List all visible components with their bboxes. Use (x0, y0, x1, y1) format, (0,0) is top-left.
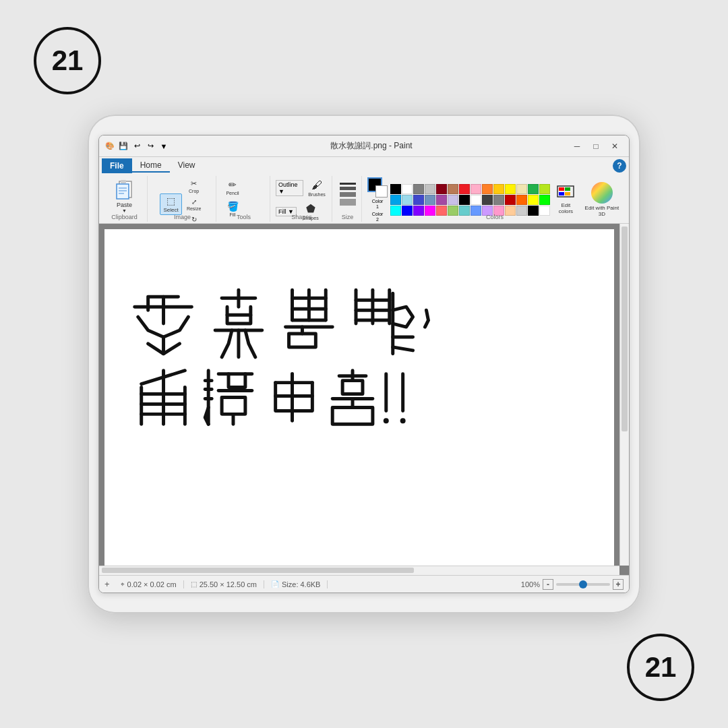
pencil-button[interactable]: ✏ Pencil (222, 177, 243, 198)
color-swatch-6[interactable] (459, 184, 470, 194)
file-size-icon: 📄 (271, 580, 279, 588)
position-value: 0.02 × 0.02 cm (127, 580, 177, 588)
color-swatch-20[interactable] (459, 195, 470, 205)
zoom-slider[interactable] (556, 583, 610, 586)
position-icon: ⌖ (121, 580, 125, 588)
tools-group: ✏ Pencil 🪣 Fill A Text ⬜ (218, 176, 270, 222)
svg-rect-7 (559, 187, 564, 191)
color-swatch-11[interactable] (516, 184, 527, 194)
brushes-button[interactable]: 🖌 Brushes (306, 177, 328, 199)
help-button[interactable]: ? (613, 159, 626, 173)
add-canvas-button[interactable]: + (104, 579, 110, 589)
canvas-area[interactable] (99, 224, 629, 575)
brushes-icon: 🖌 (311, 179, 322, 191)
color-swatch-19[interactable] (448, 195, 458, 205)
color-swatch-16[interactable] (413, 195, 424, 205)
file-size-value: Size: 4.6KB (282, 580, 320, 588)
svg-rect-8 (565, 187, 570, 191)
color-swatch-22[interactable] (482, 195, 493, 205)
color-swatch-24[interactable] (505, 195, 516, 205)
outline-button[interactable]: Outline ▼ (276, 180, 303, 196)
maximize-button[interactable]: □ (587, 140, 605, 153)
color-swatch-18[interactable] (436, 195, 447, 205)
image-label: Image (149, 214, 216, 220)
color-swatch-25[interactable] (516, 195, 527, 205)
svg-rect-1 (117, 184, 129, 199)
crop-label: Crop (189, 189, 199, 193)
color-swatch-3[interactable] (425, 184, 435, 194)
shapes-group: Outline ▼ 🖌 Brushes Fill ▼ ⬟ Shapes (272, 176, 332, 222)
paste-label: Paste (117, 202, 132, 208)
size-line-2[interactable] (340, 187, 356, 190)
color-swatch-1[interactable] (402, 184, 413, 194)
title-bar: 🎨 💾 ↩ ↪ ▼ 散水敦謝詞.png - Paint ─ □ ✕ (99, 135, 629, 157)
ribbon-tabs: File Home View ? (99, 157, 629, 175)
status-bar: + ⌖ 0.02 × 0.02 cm ⬚ 25.50 × 12.50 cm 📄 … (99, 575, 629, 593)
home-tab[interactable]: Home (132, 159, 170, 173)
size-label: Size (334, 214, 361, 220)
view-tab[interactable]: View (170, 159, 204, 173)
color-swatch-23[interactable] (493, 195, 504, 205)
color-swatch-7[interactable] (471, 184, 481, 194)
color-swatch-15[interactable] (402, 195, 413, 205)
clipboard-label: Clipboard (102, 214, 147, 220)
horizontal-scrollbar[interactable] (99, 566, 619, 575)
pencil-label: Pencil (226, 191, 239, 195)
svg-rect-9 (559, 192, 564, 195)
color-swatch-4[interactable] (436, 184, 447, 194)
color-swatch-21[interactable] (471, 195, 481, 205)
zoom-out-button[interactable]: - (543, 579, 553, 590)
colors-label: Colors (363, 214, 626, 220)
zoom-in-button[interactable]: + (613, 579, 624, 590)
select-button[interactable]: ⬚ Select (160, 193, 181, 215)
pencil-icon: ✏ (229, 179, 237, 190)
select-label: Select (163, 207, 178, 213)
color2-swatch[interactable] (375, 185, 388, 198)
color-swatch-13[interactable] (539, 184, 550, 194)
edit-colors-button[interactable]: Edit colors (553, 183, 579, 216)
color-swatch-12[interactable] (528, 184, 539, 194)
color-swatch-27[interactable] (539, 195, 550, 205)
svg-point-11 (384, 418, 389, 423)
paint3d-icon (591, 182, 613, 204)
redo-icon[interactable]: ↪ (145, 141, 156, 152)
canvas-size-section: ⬚ 25.50 × 12.50 cm (184, 580, 264, 588)
close-button[interactable]: ✕ (606, 140, 624, 153)
color-swatch-10[interactable] (505, 184, 516, 194)
color-swatch-9[interactable] (493, 184, 504, 194)
dropdown-arrow-icon[interactable]: ▼ (158, 141, 169, 152)
color-swatch-5[interactable] (448, 184, 458, 194)
title-bar-icons: 🎨 💾 ↩ ↪ ▼ (104, 141, 169, 152)
svg-rect-2 (121, 180, 126, 183)
vertical-scrollbar[interactable] (619, 224, 629, 566)
size-line-1[interactable] (340, 183, 356, 185)
color-swatch-2[interactable] (413, 184, 424, 194)
size-line-3[interactable] (340, 192, 356, 197)
paint-window: 🎨 💾 ↩ ↪ ▼ 散水敦謝詞.png - Paint ─ □ ✕ File H… (98, 135, 630, 593)
undo-icon[interactable]: ↩ (131, 141, 142, 152)
colors-group: Color 1 Color 2 (363, 176, 626, 222)
device-frame: 🎨 💾 ↩ ↪ ▼ 散水敦謝詞.png - Paint ─ □ ✕ File H… (88, 115, 640, 613)
color-grid (390, 184, 550, 216)
svg-point-12 (400, 418, 406, 423)
size-line-4[interactable] (340, 199, 356, 206)
clipboard-group: Paste ▼ Clipboard (102, 176, 148, 222)
file-tab[interactable]: File (102, 158, 132, 173)
save-icon[interactable]: 💾 (118, 141, 129, 152)
paste-arrow: ▼ (122, 208, 127, 213)
circle-top-left-number: 21 (52, 44, 84, 77)
color-swatch-14[interactable] (390, 195, 401, 205)
canvas-content (104, 229, 614, 566)
svg-rect-10 (565, 192, 570, 195)
color-swatch-0[interactable] (390, 184, 401, 194)
minimize-button[interactable]: ─ (568, 140, 586, 153)
color-swatch-17[interactable] (425, 195, 435, 205)
crop-button[interactable]: ✂ Crop (183, 177, 205, 195)
crop-icon: ✂ (191, 179, 197, 188)
color-swatch-26[interactable] (528, 195, 539, 205)
paste-button[interactable]: Paste ▼ (111, 177, 138, 214)
color-swatch-8[interactable] (482, 184, 493, 194)
resize-button[interactable]: ⤢ Resize (183, 196, 205, 213)
image-group: ⬚ Select ✂ Crop ⤢ Resize (149, 176, 216, 222)
window-controls: ─ □ ✕ (568, 140, 624, 153)
